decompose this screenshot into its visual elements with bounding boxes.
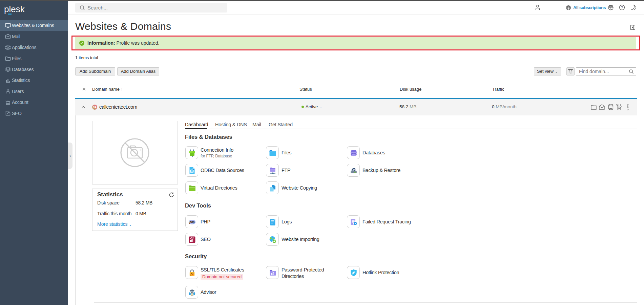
- svg-text:?: ?: [621, 5, 623, 9]
- svg-text:php: php: [189, 220, 195, 224]
